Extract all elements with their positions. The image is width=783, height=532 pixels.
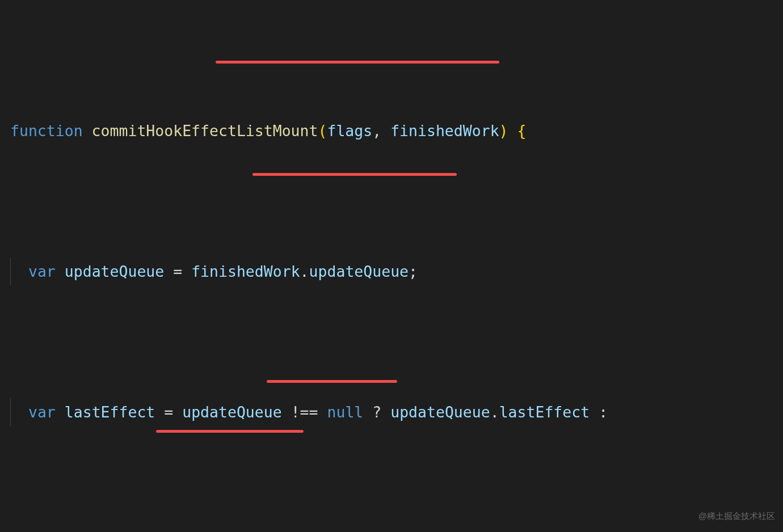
fn-name: commitHookEffectListMount <box>92 122 318 140</box>
var-lastEffect: lastEffect <box>65 403 155 421</box>
watermark: @稀土掘金技术社区 <box>698 508 775 524</box>
code-line: var updateQueue = finishedWork.updateQue… <box>10 257 783 286</box>
annotation-underline <box>267 380 397 383</box>
annotation-underline <box>252 173 457 176</box>
code-editor[interactable]: function commitHookEffectListMount(flags… <box>0 0 783 532</box>
keyword-function: function <box>10 122 83 140</box>
param-finishedWork: finishedWork <box>390 122 499 140</box>
code-line: function commitHookEffectListMount(flags… <box>10 117 783 145</box>
code-line: var lastEffect = updateQueue !== null ? … <box>10 398 783 427</box>
annotation-underline <box>216 61 499 64</box>
annotation-underline <box>156 430 304 433</box>
param-flags: flags <box>327 122 372 140</box>
var-updateQueue: updateQueue <box>65 263 165 280</box>
